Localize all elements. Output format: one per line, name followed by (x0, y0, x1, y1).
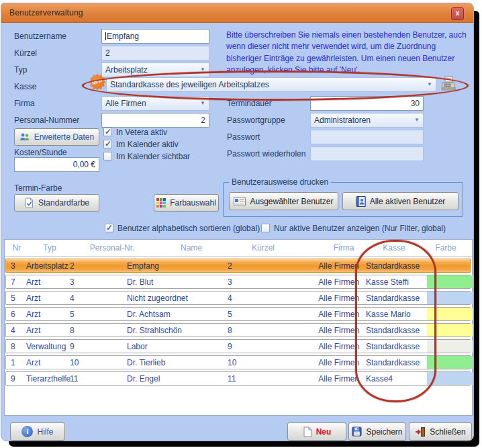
cell-nr: 9 (11, 374, 27, 384)
farbe-swatch (427, 275, 473, 288)
cell-pnr: 4 (70, 294, 127, 303)
column-header-pnr[interactable]: Personal-Nr. (79, 243, 146, 253)
neu-label: Neu (316, 427, 332, 437)
table-row[interactable]: 6Arzt5Dr. Achtsam5Alle FirmenKasse Mario (5, 307, 471, 321)
exit-door-icon (415, 427, 426, 437)
save-floppy-icon (352, 427, 362, 437)
users-icon (19, 132, 30, 142)
color-grid-icon (156, 198, 166, 208)
hilfe-label: Hilfe (37, 427, 53, 437)
kasse-dropdown[interactable]: Standardkasse des jeweiligen Arbeitsplat… (106, 77, 436, 92)
nur-aktive-label: Nur aktive Benutzer anzeigen (Nur Filter… (274, 224, 446, 233)
cell-typ: Arbeitsplatz (26, 261, 70, 271)
passwort-input[interactable] (310, 130, 424, 144)
alphabetisch-sortieren-checkbox[interactable] (105, 224, 113, 232)
termindauer-label: Termindauer (227, 99, 272, 108)
table-row[interactable]: 9Tierarzthelfer11Dr. Engel11Alle FirmenK… (5, 371, 471, 386)
cell-nr: 5 (11, 294, 27, 303)
neu-button[interactable]: Neu (287, 422, 346, 441)
cell-name: Empfang (127, 261, 226, 271)
title-bar[interactable]: Benutzerverwaltung x (1, 3, 473, 23)
cell-typ: Arzt (26, 294, 70, 303)
cell-typ: Verwaltung (26, 342, 70, 351)
chevron-down-icon: ▼ (414, 117, 420, 124)
column-header-typ[interactable]: Typ (30, 243, 70, 253)
schliessen-label: Schließen (430, 427, 465, 437)
firma-dropdown[interactable]: Alle Firmen▼ (101, 96, 209, 111)
table-row[interactable]: 5Arzt4Nicht zugeordnet4Alle FirmenStanda… (5, 291, 471, 305)
table-row[interactable]: 1Arzt10Dr. Tierlieb10Alle FirmenStandard… (5, 355, 471, 369)
farbe-swatch (427, 324, 473, 337)
standardfarbe-button[interactable]: Standardfarbe (14, 194, 99, 212)
personal-nummer-value: 2 (201, 116, 205, 125)
alle-aktiven-benutzer-button[interactable]: Alle aktiven Benutzer (342, 192, 459, 210)
vetera-aktiv-checkbox[interactable] (103, 128, 112, 136)
column-header-kuerzel[interactable]: Kürzel (230, 243, 297, 253)
address-book-icon (356, 196, 366, 207)
hilfe-button[interactable]: i Hilfe (10, 422, 65, 441)
cell-pnr: 3 (70, 277, 127, 287)
nur-aktive-checkbox[interactable] (261, 224, 270, 232)
column-header-nr[interactable]: Nr (8, 243, 26, 253)
dialog-benutzerverwaltung: Benutzerverwaltung x Benutzername Empfan… (1, 3, 474, 441)
id-card-icon (234, 197, 246, 206)
cell-pnr: 10 (70, 358, 127, 367)
farbe-swatch (427, 308, 473, 320)
typ-dropdown[interactable]: Arbeitsplatz▼ (101, 62, 209, 77)
cell-nr: 8 (11, 342, 27, 351)
new-page-icon (303, 427, 312, 437)
passwortgruppe-label: Passwortgruppe (227, 116, 285, 125)
cell-nr: 7 (11, 277, 27, 287)
table-row[interactable]: 7Arzt3Dr. Blut3Alle FirmenKasse Steffi (5, 275, 471, 289)
cash-register-icon[interactable] (440, 75, 457, 92)
column-header-kasse[interactable]: Kasse (360, 243, 428, 253)
farbauswahl-button[interactable]: Farbauswahl (154, 194, 219, 212)
speichern-button[interactable]: Speichern (348, 422, 406, 441)
column-header-name[interactable]: Name (158, 243, 225, 253)
cell-nr: 4 (11, 326, 27, 335)
cell-pnr: 5 (70, 310, 127, 319)
passwort-wiederholen-input[interactable] (310, 146, 424, 161)
erweiterte-daten-button[interactable]: Erweiterte Daten (14, 128, 99, 146)
table-row[interactable]: 8Verwaltung9Labor9Alle FirmenStandardkas… (5, 339, 471, 353)
kalender-sichtbar-label: Im Kalender sichtbar (116, 152, 190, 161)
chevron-down-icon: ▼ (200, 100, 205, 107)
text-caret (105, 32, 106, 40)
vetera-aktiv-label: In Vetera aktiv (116, 128, 167, 137)
alphabetisch-sortieren-label: Benutzer alphabetisch sortieren (global) (117, 224, 260, 233)
cell-kasse: Standardkasse (366, 261, 428, 271)
table-row[interactable]: 4Arzt8Dr. Strahlschön8Alle FirmenStandar… (5, 323, 471, 337)
cell-kasse: Standardkasse (366, 342, 428, 351)
cell-firma: Alle Firmen (288, 326, 359, 335)
benutzerausweise-group-label: Benutzerausweise drucken (229, 177, 331, 187)
cell-kuerzel: 8 (228, 326, 289, 335)
cell-kuerzel: 9 (228, 342, 289, 351)
kasse-label: Kasse (14, 82, 36, 91)
window-title: Benutzerverwaltung (9, 8, 83, 17)
cell-nr: 3 (11, 261, 27, 271)
cell-typ: Arzt (26, 326, 70, 335)
cell-pnr: 9 (70, 342, 127, 351)
kuerzel-input[interactable]: 2 (101, 46, 209, 60)
schliessen-button[interactable]: Schließen (409, 422, 472, 441)
personal-nummer-input[interactable]: 2 (101, 113, 209, 128)
column-header-farbe[interactable]: Farbe (420, 243, 472, 253)
termindauer-input[interactable]: 30 (310, 96, 424, 111)
kalender-sichtbar-checkbox[interactable] (103, 152, 112, 161)
cell-firma: Alle Firmen (288, 374, 359, 384)
farbe-swatch (427, 292, 473, 304)
cell-pnr: 2 (70, 261, 127, 271)
typ-label: Typ (14, 65, 27, 75)
ausgewaehlter-benutzer-button[interactable]: Ausgewählter Benutzer (229, 192, 338, 210)
chevron-down-icon: ▼ (427, 81, 432, 88)
close-button[interactable]: x (451, 7, 464, 20)
benutzername-input[interactable]: Empfang (101, 29, 209, 44)
kalender-aktiv-checkbox[interactable] (103, 140, 112, 148)
new-badge-text: NEW (89, 77, 107, 87)
kosten-stunde-input[interactable]: 0,00 € (14, 157, 99, 172)
farbe-swatch (427, 356, 473, 369)
table-row[interactable]: 3Arbeitsplatz2Empfang2Alle FirmenStandar… (5, 259, 471, 273)
cell-name: Dr. Engel (127, 374, 226, 384)
cell-firma: Alle Firmen (288, 342, 359, 351)
passwortgruppe-dropdown[interactable]: Administratoren▼ (310, 113, 424, 128)
